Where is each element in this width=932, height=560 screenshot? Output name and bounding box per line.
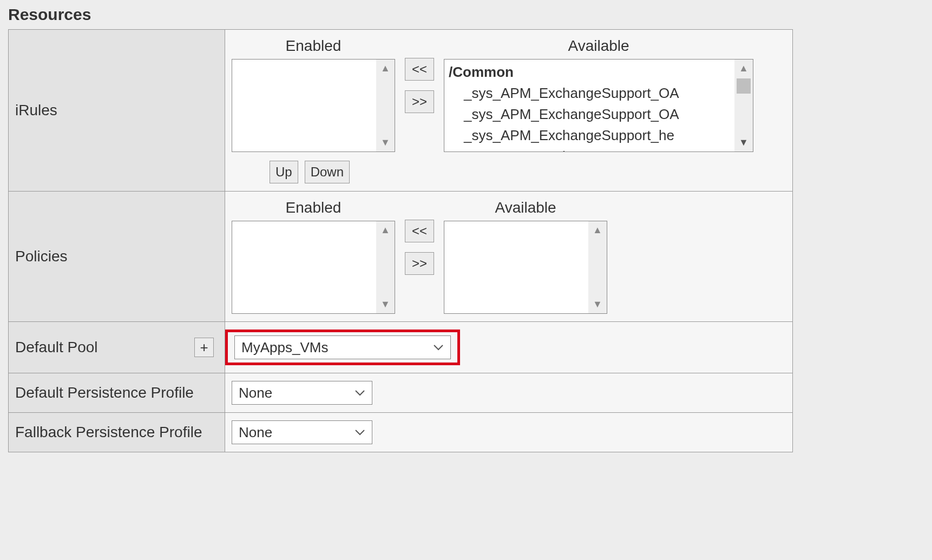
list-group-header: /Common [449,62,749,83]
scrollbar[interactable]: ▲ ▼ [376,221,395,313]
policies-available-content [444,221,607,313]
default-persistence-select[interactable]: None [232,381,372,405]
field-policies: Enabled ▲ ▼ << [225,192,793,322]
scroll-down-icon[interactable]: ▼ [380,134,390,151]
scroll-down-icon[interactable]: ▼ [593,295,602,313]
field-default-persistence: None [225,373,793,413]
policies-available-header: Available [495,199,556,216]
list-item[interactable]: _sys_APM_ExchangeSupport_OA [449,83,749,104]
scroll-thumb[interactable] [737,78,751,94]
irules-updown: Up Down [270,161,786,183]
list-item[interactable]: _sys_APM_ExchangeSupport_ma [449,146,749,151]
fallback-persistence-value: None [239,424,272,441]
resources-section: Resources iRules Enabled ▲ [0,0,801,458]
default-pool-value: MyApps_VMs [241,339,328,356]
move-left-button[interactable]: << [405,58,434,81]
scrollbar[interactable]: ▲ ▼ [588,221,607,313]
policies-available-listbox[interactable]: ▲ ▼ [444,221,607,314]
irules-available-col: Available /Common _sys_APM_ExchangeSuppo… [444,37,753,152]
field-fallback-persistence: None [225,413,793,452]
policies-enabled-header: Enabled [286,199,342,216]
scroll-up-icon[interactable]: ▲ [380,221,390,239]
scroll-up-icon[interactable]: ▲ [739,60,749,77]
irules-enabled-header: Enabled [286,37,342,55]
list-item[interactable]: _sys_APM_ExchangeSupport_he [449,125,749,146]
scroll-track[interactable] [376,77,395,134]
move-left-button[interactable]: << [405,220,434,242]
scroll-track[interactable] [734,77,753,134]
scroll-up-icon[interactable]: ▲ [380,60,390,77]
policies-available-col: Available ▲ ▼ [444,199,607,314]
fallback-persistence-select[interactable]: None [232,420,372,444]
row-policies: Policies Enabled ▲ ▼ [9,192,793,322]
scroll-track[interactable] [376,239,395,295]
policies-enabled-listbox[interactable]: ▲ ▼ [232,221,395,314]
default-persistence-value: None [239,385,272,401]
irules-enabled-content [232,60,395,151]
scroll-down-icon[interactable]: ▼ [380,295,390,313]
row-default-pool: Default Pool + MyApps_VMs [9,322,793,373]
move-right-button[interactable]: >> [405,90,434,113]
scroll-track[interactable] [588,239,607,295]
row-fallback-persistence: Fallback Persistence Profile None [9,413,793,452]
scroll-down-icon[interactable]: ▼ [739,134,749,151]
field-default-pool: MyApps_VMs [225,322,793,373]
irules-available-content: /Common _sys_APM_ExchangeSupport_OA _sys… [444,60,753,151]
field-irules: Enabled ▲ ▼ << [225,30,793,192]
label-default-persistence: Default Persistence Profile [9,373,225,413]
scrollbar[interactable]: ▲ ▼ [734,60,753,151]
policies-dual-list: Enabled ▲ ▼ << [232,199,786,314]
scrollbar[interactable]: ▲ ▼ [376,60,395,151]
add-pool-button[interactable]: + [194,338,214,357]
irules-enabled-listbox[interactable]: ▲ ▼ [232,59,395,152]
policies-mover-buttons: << >> [405,220,434,275]
label-fallback-persistence: Fallback Persistence Profile [9,413,225,452]
chevron-down-icon [433,344,444,351]
irules-available-listbox[interactable]: /Common _sys_APM_ExchangeSupport_OA _sys… [444,59,753,152]
irules-enabled-col: Enabled ▲ ▼ [232,37,395,152]
label-irules: iRules [9,30,225,192]
row-default-persistence: Default Persistence Profile None [9,373,793,413]
irules-dual-list: Enabled ▲ ▼ << [232,37,786,152]
irules-mover-buttons: << >> [405,58,434,113]
section-title: Resources [8,5,793,24]
scroll-up-icon[interactable]: ▲ [593,221,602,239]
row-irules: iRules Enabled ▲ ▼ [9,30,793,192]
down-button[interactable]: Down [305,161,350,183]
move-right-button[interactable]: >> [405,252,434,275]
default-pool-highlight: MyApps_VMs [225,330,460,365]
irules-available-header: Available [568,37,629,55]
policies-enabled-col: Enabled ▲ ▼ [232,199,395,314]
up-button[interactable]: Up [270,161,298,183]
policies-enabled-content [232,221,395,313]
default-pool-select[interactable]: MyApps_VMs [234,335,451,359]
chevron-down-icon [355,389,365,397]
chevron-down-icon [355,429,365,436]
list-item[interactable]: _sys_APM_ExchangeSupport_OA [449,104,749,125]
label-default-pool-text: Default Pool [15,339,98,356]
resources-table: iRules Enabled ▲ ▼ [8,29,793,452]
label-policies: Policies [9,192,225,322]
label-default-pool: Default Pool + [9,322,225,373]
